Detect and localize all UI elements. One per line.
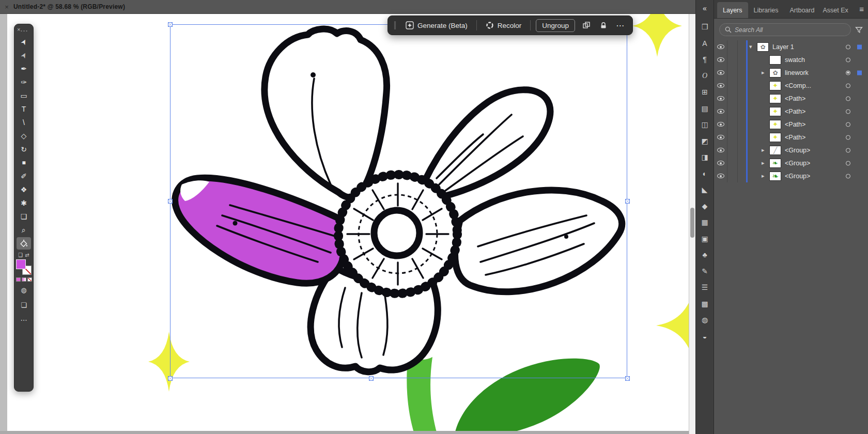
symbols-panel-icon[interactable]: ♣ [698, 249, 711, 261]
drawing-modes-button[interactable]: ◍ [17, 284, 31, 296]
target-circle[interactable] [846, 57, 850, 62]
rotate-tool[interactable]: ↻ [17, 143, 31, 156]
layer-thumbnail[interactable]: ✦ [769, 120, 781, 129]
layer-thumbnail[interactable]: ❧ [769, 172, 781, 181]
layer-row-path[interactable]: ✦ <Path> [714, 131, 868, 144]
screen-mode-button[interactable]: ❏ [17, 299, 31, 311]
target-circle[interactable] [846, 161, 850, 165]
search-input[interactable] [735, 26, 845, 34]
color-fill-button[interactable] [16, 277, 21, 282]
color-guide-panel-icon[interactable]: ◨ [698, 151, 711, 163]
visibility-toggle[interactable] [714, 92, 727, 105]
selection-handle[interactable] [369, 376, 374, 381]
3d-materials-panel-icon[interactable]: ◆ [698, 200, 711, 212]
paragraph-panel-icon[interactable]: ¶ [698, 53, 711, 66]
visibility-toggle[interactable] [714, 66, 727, 79]
layer-row-linework[interactable]: ▸ ✿ linework [714, 66, 868, 79]
filter-icon[interactable] [855, 26, 863, 34]
type-tool[interactable]: T [17, 103, 31, 115]
pathfinder-panel-icon[interactable]: ◫ [698, 118, 711, 131]
lock-toggle[interactable] [727, 66, 738, 79]
tab-asset-export[interactable]: Asset Ex [817, 2, 850, 18]
symbol-sprayer-tool[interactable]: ✱ [17, 197, 31, 209]
eyedropper-tool[interactable]: ✐ [17, 170, 31, 182]
layer-row-group[interactable]: ▸ ❧ <Group> [714, 157, 868, 169]
window-close-icon[interactable]: × [0, 3, 13, 11]
align-panel-icon[interactable]: ▤ [698, 102, 711, 115]
target-circle[interactable] [846, 83, 850, 88]
recolor-button[interactable]: Recolor [482, 19, 525, 32]
layer-thumbnail[interactable] [769, 55, 781, 65]
transform-panel-icon[interactable]: ⊞ [698, 86, 711, 98]
ungroup-button[interactable]: Ungroup [536, 19, 575, 32]
lock-toggle[interactable] [727, 92, 738, 105]
search-field[interactable] [719, 23, 851, 36]
layer-thumbnail[interactable]: ✦ [769, 94, 781, 103]
selection-handle[interactable] [625, 376, 630, 381]
visibility-toggle[interactable] [714, 157, 727, 169]
lock-button[interactable] [598, 20, 609, 31]
target-circle[interactable] [846, 109, 850, 114]
artboard-canvas[interactable] [0, 14, 695, 434]
tab-libraries[interactable]: Libraries [748, 2, 784, 18]
direct-selection-tool[interactable]: ➤ [17, 49, 31, 61]
layer-name[interactable]: swatch [785, 56, 805, 64]
layer-name[interactable]: <Comp... [785, 82, 811, 89]
artboard-tool[interactable]: ❏ [17, 210, 31, 223]
default-fill-stroke-icon[interactable]: ❑ [18, 252, 23, 258]
lock-toggle[interactable] [727, 105, 738, 118]
target-circle[interactable] [846, 44, 850, 49]
lock-toggle[interactable] [727, 118, 738, 131]
visibility-toggle[interactable] [714, 131, 727, 144]
shape-builder-tool[interactable]: ❖ [17, 183, 31, 196]
more-options-button[interactable]: ⋯ [614, 21, 626, 30]
lock-toggle[interactable] [727, 40, 738, 53]
layer-thumbnail[interactable]: ✦ [769, 81, 781, 90]
selection-handle[interactable] [625, 199, 630, 204]
selection-handle[interactable] [168, 199, 173, 204]
scale-tool[interactable]: ■ [17, 157, 31, 169]
lock-toggle[interactable] [727, 157, 738, 169]
layer-name[interactable]: Layer 1 [772, 43, 794, 51]
layer-name[interactable]: <Group> [785, 160, 810, 167]
pen-tool[interactable]: ✒ [17, 63, 31, 75]
fill-swatch[interactable] [16, 259, 26, 269]
layer-row-swatch[interactable]: swatch [714, 53, 868, 66]
expand-panels-icon[interactable]: « [698, 2, 711, 14]
fill-stroke-indicator[interactable] [16, 259, 32, 275]
layer-thumbnail[interactable]: ╱ [769, 146, 781, 155]
toolbar-close-icon[interactable]: × [17, 26, 20, 33]
generate-beta-button[interactable]: Generate (Beta) [402, 19, 471, 32]
shape-panel-icon[interactable]: ◣ [698, 183, 711, 196]
layer-name[interactable]: linework [785, 69, 809, 76]
panel-menu-icon[interactable]: ≡ [859, 5, 864, 13]
visibility-toggle[interactable] [714, 144, 727, 157]
layer-row-layer1[interactable]: ▾ ✿ Layer 1 [714, 40, 868, 53]
scrollbar-thumb[interactable] [690, 208, 694, 238]
edit-toolbar-button[interactable]: ⋯ [17, 314, 31, 326]
pattern-panel-icon[interactable]: ▦ [698, 216, 711, 228]
layer-name[interactable]: <Path> [785, 108, 805, 115]
opentype-panel-icon[interactable]: O [698, 70, 711, 82]
lock-toggle[interactable] [727, 169, 738, 182]
visibility-toggle[interactable] [714, 105, 727, 118]
curvature-tool[interactable]: ✑ [17, 76, 31, 88]
selection-handle[interactable] [168, 22, 173, 27]
swatches-panel-icon[interactable]: ▩ [698, 298, 711, 310]
brushes-panel-icon[interactable]: ✎ [698, 265, 711, 277]
selection-tool[interactable]: ➤ [17, 36, 31, 48]
swap-fill-stroke-icon[interactable]: ⇄ [25, 252, 29, 258]
none-fill-button[interactable] [27, 277, 32, 282]
visibility-toggle[interactable] [714, 169, 727, 182]
character-panel-icon[interactable]: A [698, 37, 711, 50]
artboards-panel-icon[interactable]: ▣ [698, 233, 711, 245]
eraser-tool[interactable]: ◇ [17, 130, 31, 142]
gradient-panel-icon[interactable]: ◐ [698, 167, 711, 180]
tab-artboards[interactable]: Artboard [784, 2, 817, 18]
selection-indicator[interactable] [857, 70, 862, 75]
layer-row-path[interactable]: ✦ <Path> [714, 92, 868, 105]
visibility-toggle[interactable] [714, 79, 727, 92]
layer-name[interactable]: <Path> [785, 95, 805, 102]
visibility-toggle[interactable] [714, 53, 727, 66]
appearance-panel-icon[interactable]: ◍ [698, 314, 711, 326]
